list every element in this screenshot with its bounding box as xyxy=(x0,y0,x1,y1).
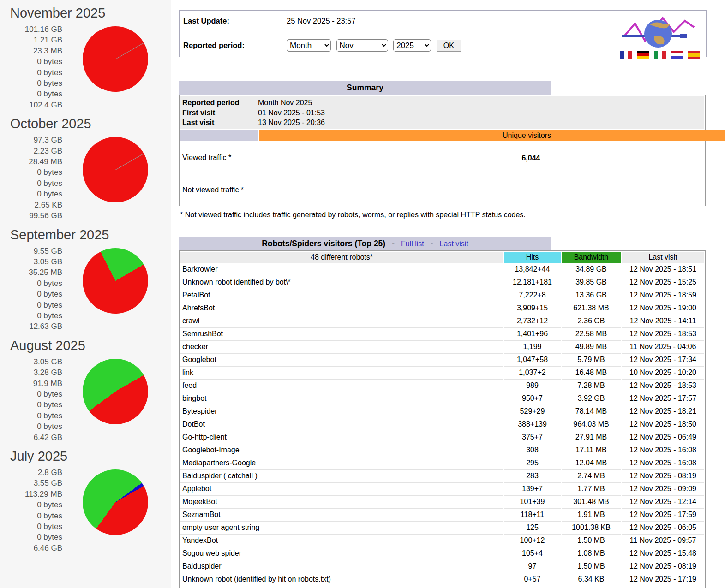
report-header-box: Last Update: 25 Nov 2025 - 23:57 Reporte… xyxy=(179,10,707,57)
bandwidth-value: 0 bytes xyxy=(0,189,62,199)
period-controls: Month Nov 2025 OK xyxy=(287,39,461,52)
robot-bandwidth: 34.89 GB xyxy=(562,263,621,276)
bandwidth-value: 28.49 MB xyxy=(0,156,62,167)
robot-bandwidth: 2.74 MB xyxy=(562,469,621,482)
robot-hits: 101+39 xyxy=(504,495,561,508)
flag-italian-icon[interactable] xyxy=(654,51,666,59)
bandwidth-value: 3.05 GB xyxy=(0,356,62,367)
awstats-logo xyxy=(621,14,699,48)
last-visit-row-label: Last visit xyxy=(180,118,258,128)
flag-french-icon[interactable] xyxy=(620,51,632,59)
bandwidth-value: 0 bytes xyxy=(0,399,62,410)
robot-name: Baiduspider xyxy=(180,560,503,573)
bandwidth-value: 91.9 MB xyxy=(0,378,62,389)
robot-name: PetalBot xyxy=(180,289,503,302)
robot-name: Googlebot-Image xyxy=(180,444,503,457)
bandwidth-value: 23.3 MB xyxy=(0,46,62,56)
robot-last-visit: 12 Nov 2025 - 08:19 xyxy=(622,560,704,573)
robot-bandwidth: 13.36 GB xyxy=(562,289,621,302)
month-summary-block: July 2025 2.8 GB3.55 GB113.29 MB0 bytes0… xyxy=(0,449,171,553)
robot-bandwidth: 1.77 MB xyxy=(562,482,621,495)
robot-hits: 388+139 xyxy=(504,418,561,431)
robot-bandwidth: 6.34 KB xyxy=(562,573,621,586)
bandwidth-value: 0 bytes xyxy=(0,78,62,89)
robot-name: Sogou web spider xyxy=(180,547,503,560)
robot-hits: 7,222+8 xyxy=(504,289,561,302)
month-values-list: 3.05 GB3.28 GB91.9 MB0 bytes0 bytes0 byt… xyxy=(0,356,62,443)
bandwidth-value: 35.25 MB xyxy=(0,267,62,278)
robot-name: SeznamBot xyxy=(180,508,503,521)
bandwidth-value: 6.42 GB xyxy=(0,432,62,443)
month-values-list: 97.3 GB2.23 GB28.49 MB0 bytes0 bytes0 by… xyxy=(0,135,62,221)
last-update-value: 25 Nov 2025 - 23:57 xyxy=(287,17,461,25)
summary-info-block: Reported periodMonth Nov 2025 First visi… xyxy=(180,96,704,129)
bandwidth-value: 0 bytes xyxy=(0,178,62,189)
bandwidth-value: 0 bytes xyxy=(0,167,62,178)
first-visit-row-value: 01 Nov 2025 - 01:53 xyxy=(258,108,325,118)
month-values-list: 2.8 GB3.55 GB113.29 MB0 bytes0 bytes0 by… xyxy=(0,467,62,553)
viewed-traffic-label: Viewed traffic * xyxy=(180,142,258,174)
robot-name: bingbot xyxy=(180,392,503,405)
bandwidth-value: 0 bytes xyxy=(0,421,62,432)
robot-bandwidth: 2.36 GB xyxy=(562,315,621,327)
robot-last-visit: 12 Nov 2025 - 17:57 xyxy=(622,392,704,405)
robot-name: Googlebot xyxy=(180,353,503,366)
bandwidth-value: 0 bytes xyxy=(0,499,62,510)
robot-name: checker xyxy=(180,340,503,353)
last-update-label: Last Update: xyxy=(183,17,287,25)
period-month-select[interactable]: Nov xyxy=(336,39,388,52)
awstats-logo-area xyxy=(620,14,700,54)
robot-bandwidth: 78.14 MB xyxy=(562,405,621,418)
flag-dutch-icon[interactable] xyxy=(671,51,683,59)
robot-name: crawl xyxy=(180,315,503,327)
robot-last-visit: 12 Nov 2025 - 18:21 xyxy=(622,405,704,418)
bandwidth-value: 12.63 GB xyxy=(0,321,62,332)
bandwidth-value: 97.3 GB xyxy=(0,135,62,145)
summary-title: Summary xyxy=(347,83,383,92)
flag-german-icon[interactable] xyxy=(637,51,649,59)
summary-corner-cell xyxy=(180,130,258,141)
bandwidth-value: 0 bytes xyxy=(0,67,62,78)
month-summary-block: November 2025 101.16 GB1.21 GB23.3 MB0 b… xyxy=(0,6,171,110)
robot-hits: 1,037+2 xyxy=(504,366,561,379)
robot-name: Applebot xyxy=(180,482,503,495)
pie-slice-divider xyxy=(115,154,144,170)
viewed-unique-visitors: 6,044 xyxy=(259,142,725,174)
full-list-link[interactable]: Full list xyxy=(401,240,424,248)
robot-name: Others xyxy=(180,586,503,588)
robot-bandwidth: 3.92 GB xyxy=(562,392,621,405)
robot-last-visit: 12 Nov 2025 - 18:50 xyxy=(622,418,704,431)
month-summary-block: October 2025 97.3 GB2.23 GB28.49 MB0 byt… xyxy=(0,116,171,221)
reported-period-row-value: Month Nov 2025 xyxy=(258,98,312,108)
robot-bandwidth: 27.91 MB xyxy=(562,431,621,444)
robot-last-visit: 12 Nov 2025 - 15:25 xyxy=(622,276,704,289)
bandwidth-value: 102.4 GB xyxy=(0,100,62,110)
period-year-select[interactable]: 2025 xyxy=(393,39,431,52)
robot-bandwidth: 1.96 MB xyxy=(562,586,621,588)
robot-last-visit: 12 Nov 2025 - 09:09 xyxy=(622,482,704,495)
robot-bandwidth: 1001.38 KB xyxy=(562,521,621,534)
bandwidth-pie-chart xyxy=(83,359,148,424)
bandwidth-pie-chart xyxy=(83,469,148,535)
robot-hits: 950+7 xyxy=(504,392,561,405)
month-title: October 2025 xyxy=(10,116,171,131)
robot-last-visit: 12 Nov 2025 - 06:49 xyxy=(622,431,704,444)
robot-bandwidth: 49.89 MB xyxy=(562,340,621,353)
month-title: July 2025 xyxy=(10,449,171,464)
robot-bandwidth: 5.79 MB xyxy=(562,353,621,366)
ok-button[interactable]: OK xyxy=(437,40,461,52)
bandwidth-value: 0 bytes xyxy=(0,89,62,99)
robot-last-visit: 12 Nov 2025 - 12:14 xyxy=(622,495,704,508)
robot-bandwidth: 1.50 MB xyxy=(562,560,621,573)
robot-last-visit: 12 Nov 2025 - 19:00 xyxy=(622,302,704,315)
period-type-select[interactable]: Month xyxy=(287,39,331,52)
bandwidth-value: 2.8 GB xyxy=(0,467,62,478)
robot-hits: 1,199 xyxy=(504,340,561,353)
first-visit-row-label: First visit xyxy=(180,108,258,118)
last-visit-link[interactable]: Last visit xyxy=(440,240,468,248)
flag-spanish-icon[interactable] xyxy=(688,51,700,59)
summary-table: Reported periodMonth Nov 2025 First visi… xyxy=(179,95,706,206)
robot-name: YandexBot xyxy=(180,534,503,547)
robots-title: Robots/Spiders visitors (Top 25) xyxy=(262,239,385,248)
sidebar: November 2025 101.16 GB1.21 GB23.3 MB0 b… xyxy=(0,0,171,588)
